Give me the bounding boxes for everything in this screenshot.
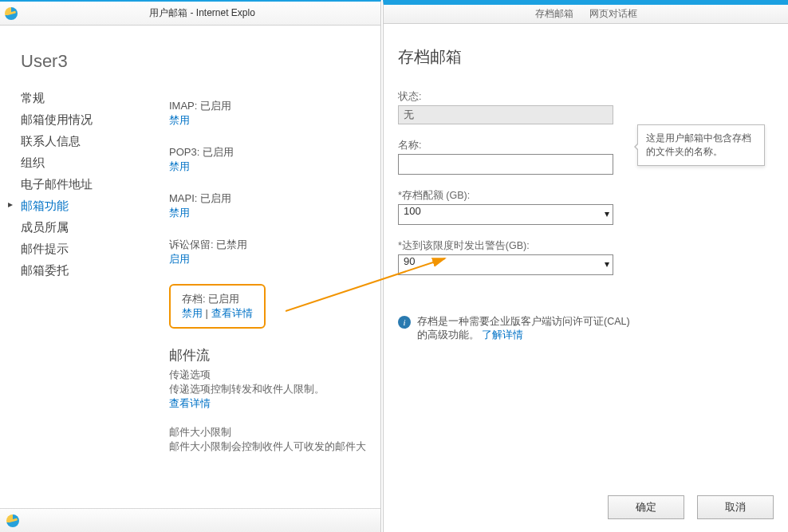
- sidebar-item-usage[interactable]: 邮箱使用情况: [16, 109, 153, 131]
- feature-mapi: MAPI: 已启用 禁用: [169, 191, 379, 220]
- user-mailbox-window: 用户邮箱 - Internet Explo User3 常规 邮箱使用情况 联系…: [0, 0, 381, 532]
- imap-status: IMAP: 已启用: [169, 99, 379, 113]
- user-heading: User3: [2, 27, 379, 75]
- feature-archive-highlight: 存档: 已启用 禁用 | 查看详情: [169, 284, 266, 329]
- sidebar: 常规 邮箱使用情况 联系人信息 组织 电子邮件地址 邮箱功能 成员所属 邮件提示…: [2, 75, 153, 282]
- dialog-title: 存档邮箱: [398, 46, 774, 68]
- feature-column: IMAP: 已启用 禁用 POP3: 已启用 禁用 MAPI: 已启用 禁用 诉…: [153, 75, 379, 454]
- learn-more-link[interactable]: 了解详情: [482, 329, 523, 341]
- delivery-desc: 传递选项控制转发和收件人限制。: [169, 382, 379, 396]
- feature-pop3: POP3: 已启用 禁用: [169, 145, 379, 174]
- archive-status: 存档: 已启用: [182, 292, 253, 306]
- sidebar-item-general[interactable]: 常规: [16, 88, 153, 109]
- feature-imap: IMAP: 已启用 禁用: [169, 99, 379, 128]
- dialog-button-bar: 确定 取消: [608, 495, 774, 519]
- archive-disable-link[interactable]: 禁用: [182, 307, 203, 319]
- left-footer: [0, 508, 380, 532]
- size-subtitle: 邮件大小限制: [169, 425, 379, 439]
- imap-disable-link[interactable]: 禁用: [169, 114, 190, 126]
- archive-details-link[interactable]: 查看详情: [211, 307, 253, 319]
- status-label: 状态:: [398, 90, 774, 104]
- archive-separator: |: [203, 307, 211, 319]
- litigation-status: 诉讼保留: 已禁用: [169, 238, 379, 252]
- mapi-disable-link[interactable]: 禁用: [169, 207, 190, 219]
- info-text-container: 存档是一种需要企业版客户端访问许可证(CAL)的高级功能。 了解详情: [417, 315, 637, 342]
- warn-label: *达到该限度时发出警告(GB):: [398, 239, 774, 253]
- sidebar-item-org[interactable]: 组织: [16, 152, 153, 174]
- ie-icon-footer: [6, 514, 19, 527]
- mapi-status: MAPI: 已启用: [169, 191, 379, 206]
- name-row: 名称: 这是用户邮箱中包含存档的文件夹的名称。: [398, 139, 774, 175]
- left-body: User3 常规 邮箱使用情况 联系人信息 组织 电子邮件地址 邮箱功能 成员所…: [2, 27, 379, 506]
- pop3-status: POP3: 已启用: [169, 145, 379, 160]
- sidebar-item-delegate[interactable]: 邮箱委托: [16, 260, 153, 282]
- warn-value: 90: [404, 255, 415, 267]
- sidebar-item-email[interactable]: 电子邮件地址: [16, 174, 153, 195]
- warn-row: *达到该限度时发出警告(GB): 90 ▾: [398, 239, 774, 275]
- archive-dialog-window: 存档邮箱 网页对话框 存档邮箱 状态: 无 名称: 这是用户邮箱中包含存档的文件…: [383, 0, 788, 532]
- name-input[interactable]: [398, 154, 613, 175]
- ok-button[interactable]: 确定: [608, 495, 684, 519]
- sidebar-item-contact[interactable]: 联系人信息: [16, 131, 153, 152]
- pop3-disable-link[interactable]: 禁用: [169, 160, 190, 172]
- warn-select[interactable]: 90 ▾: [398, 254, 613, 275]
- dialog-body: 存档邮箱 状态: 无 名称: 这是用户邮箱中包含存档的文件夹的名称。 *存档配额…: [384, 24, 788, 342]
- delivery-subtitle: 传递选项: [169, 368, 379, 382]
- quota-select[interactable]: 100 ▾: [398, 204, 613, 225]
- right-titlebar: 存档邮箱 网页对话框: [384, 5, 788, 24]
- sidebar-item-features[interactable]: 邮箱功能: [16, 195, 153, 217]
- chevron-down-icon: ▾: [605, 208, 609, 219]
- quota-label: *存档配额 (GB):: [398, 189, 774, 203]
- mailflow-title: 邮件流: [169, 346, 379, 365]
- ie-icon: [5, 7, 18, 20]
- size-desc: 邮件大小限制会控制收件人可收发的邮件大: [169, 439, 379, 454]
- feature-litigation: 诉讼保留: 已禁用 启用: [169, 238, 379, 266]
- sidebar-item-memberof[interactable]: 成员所属: [16, 217, 153, 238]
- mailflow-section: 邮件流 传递选项 传递选项控制转发和收件人限制。 查看详情 邮件大小限制 邮件大…: [169, 346, 379, 454]
- status-row: 状态: 无: [398, 90, 774, 124]
- delivery-details-link[interactable]: 查看详情: [169, 397, 211, 409]
- sidebar-item-mailtip[interactable]: 邮件提示: [16, 238, 153, 260]
- right-title-left: 存档邮箱: [535, 7, 573, 21]
- name-tooltip: 这是用户邮箱中包含存档的文件夹的名称。: [637, 124, 765, 166]
- quota-row: *存档配额 (GB): 100 ▾: [398, 189, 774, 225]
- litigation-enable-link[interactable]: 启用: [169, 253, 190, 265]
- right-title-right: 网页对话框: [589, 7, 637, 21]
- quota-value: 100: [404, 205, 421, 217]
- chevron-down-icon: ▾: [605, 258, 609, 270]
- info-icon: i: [398, 316, 411, 329]
- info-row: i 存档是一种需要企业版客户端访问许可证(CAL)的高级功能。 了解详情: [398, 315, 637, 342]
- status-value: 无: [398, 105, 613, 124]
- left-window-title: 用户邮箱 - Internet Explo: [24, 6, 380, 20]
- cancel-button[interactable]: 取消: [697, 495, 774, 519]
- left-titlebar: 用户邮箱 - Internet Explo: [0, 2, 380, 26]
